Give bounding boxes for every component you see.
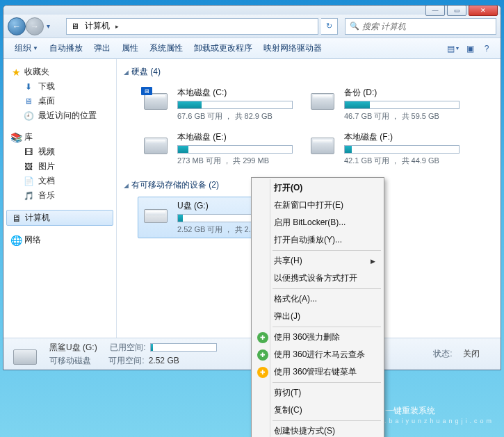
preview-pane-button[interactable]: ▣ xyxy=(463,42,477,56)
status-type: 可移动磁盘 xyxy=(49,355,91,367)
ctx-360-menu[interactable]: ✚使用 360管理右键菜单 xyxy=(253,363,382,381)
organize-button[interactable]: 组织▼ xyxy=(10,40,42,56)
search-icon: 🔍 xyxy=(350,22,359,31)
sidebar-libraries: 📚库 🎞视频 🖼图片 📄文档 🎵音乐 xyxy=(6,130,113,203)
status-title: 黑鲨U盘 (G:) xyxy=(49,342,97,354)
video-icon: 🎞 xyxy=(23,147,34,158)
collapse-icon: ◢ xyxy=(124,69,129,76)
help-button[interactable]: ? xyxy=(480,42,494,56)
sidebar-item-desktop[interactable]: 🖥桌面 xyxy=(6,94,113,108)
drive-name: 本地磁盘 (F:) xyxy=(344,131,460,143)
refresh-button[interactable]: ↻ xyxy=(321,18,338,35)
status-state-label: 状态: xyxy=(433,348,452,360)
ctx-portable[interactable]: 以便携式设备方式打开 xyxy=(253,270,382,287)
download-icon: ⬇ xyxy=(23,81,34,92)
drive-usage-bar xyxy=(177,145,293,154)
picture-icon: 🖼 xyxy=(23,161,34,172)
music-icon: 🎵 xyxy=(23,190,34,201)
maximize-button[interactable]: ▭ xyxy=(447,5,466,16)
drive-icon xyxy=(141,200,172,225)
drive-name: 本地磁盘 (C:) xyxy=(177,87,293,99)
drive-item[interactable]: 本地磁盘 (F:) 42.1 GB 可用 ， 共 44.9 GB xyxy=(304,128,463,170)
address-bar[interactable]: 🖥 计算机 ▸ xyxy=(66,18,318,35)
forward-button[interactable]: → xyxy=(26,17,44,35)
sidebar-item-downloads[interactable]: ⬇下载 xyxy=(6,79,113,94)
sidebar-network: 🌐网络 xyxy=(6,233,113,247)
ctx-format[interactable]: 格式化(A)... xyxy=(253,290,382,308)
sidebar-item-recent[interactable]: 🕘最近访问的位置 xyxy=(6,108,113,123)
sidebar-item-network[interactable]: 🌐网络 xyxy=(6,233,113,247)
sidebar-favorites-header[interactable]: ★收藏夹 xyxy=(6,65,113,79)
network-icon: 🌐 xyxy=(10,235,22,246)
ctx-cut[interactable]: 剪切(T) xyxy=(253,384,382,402)
uninstall-button[interactable]: 卸载或更改程序 xyxy=(190,40,257,56)
sidebar-libraries-header[interactable]: 📚库 xyxy=(6,130,113,145)
library-icon: 📚 xyxy=(10,132,22,143)
ctx-open-new-window[interactable]: 在新窗口中打开(E) xyxy=(253,197,382,214)
sidebar-item-videos[interactable]: 🎞视频 xyxy=(6,145,113,159)
drive-name: 备份 (D:) xyxy=(344,87,460,99)
drive-usage-bar xyxy=(177,101,293,109)
drive-item[interactable]: ⊞ 本地磁盘 (C:) 67.6 GB 可用 ， 共 82.9 GB xyxy=(138,83,296,125)
search-box[interactable]: 🔍 xyxy=(345,18,496,35)
status-size-label: 可用空间: xyxy=(108,355,144,367)
drive-usage-text: 42.1 GB 可用 ， 共 44.9 GB xyxy=(344,156,460,166)
search-input[interactable] xyxy=(362,22,491,31)
toolbar: 组织▼ 自动播放 弹出 属性 系统属性 卸载或更改程序 映射网络驱动器 ▤▼ ▣… xyxy=(3,38,501,59)
drive-usage-text: 273 MB 可用 ， 共 299 MB xyxy=(177,156,293,166)
ctx-copy[interactable]: 复制(C) xyxy=(253,402,382,419)
windows-flag-icon: ⊞ xyxy=(141,87,152,95)
drive-usage-text: 67.6 GB 可用 ， 共 82.9 GB xyxy=(177,111,293,122)
ctx-360-scan[interactable]: ✚使用 360进行木马云查杀 xyxy=(253,346,382,363)
map-drive-button[interactable]: 映射网络驱动器 xyxy=(259,40,326,56)
ctx-autoplay[interactable]: 打开自动播放(Y)... xyxy=(253,231,382,249)
properties-button[interactable]: 属性 xyxy=(117,40,143,56)
sidebar-favorites: ★收藏夹 ⬇下载 🖥桌面 🕘最近访问的位置 xyxy=(6,65,113,123)
sidebar-item-computer[interactable]: 🖥计算机 xyxy=(6,210,113,226)
drive-icon xyxy=(308,131,339,156)
context-menu: 打开(O) 在新窗口中打开(E) 启用 BitLocker(B)... 打开自动… xyxy=(251,177,384,437)
autoplay-button[interactable]: 自动播放 xyxy=(45,40,87,56)
drive-icon xyxy=(308,87,339,112)
sidebar-item-music[interactable]: 🎵音乐 xyxy=(6,188,113,203)
status-used-label: 已用空间: xyxy=(110,342,145,354)
ctx-bitlocker[interactable]: 启用 BitLocker(B)... xyxy=(253,214,382,231)
desktop-icon: 🖥 xyxy=(23,96,34,107)
ctx-360-delete[interactable]: ✚使用 360强力删除 xyxy=(253,329,382,346)
drive-icon xyxy=(141,131,172,156)
section-hdd[interactable]: ◢硬盘 (4) xyxy=(124,63,494,81)
history-dropdown[interactable]: ▾ xyxy=(47,22,63,30)
submenu-arrow-icon: ▶ xyxy=(371,258,375,265)
ctx-eject[interactable]: 弹出(J) xyxy=(253,308,382,325)
chevron-right-icon: ▸ xyxy=(115,23,119,30)
minimize-button[interactable]: — xyxy=(425,5,445,16)
system-properties-button[interactable]: 系统属性 xyxy=(145,40,187,56)
view-button[interactable]: ▤▼ xyxy=(446,42,460,56)
drive-icon xyxy=(10,342,41,367)
close-button[interactable]: ✕ xyxy=(469,5,498,16)
drive-icon: ⊞ xyxy=(141,87,172,112)
nav-bar: ← → ▾ 🖥 计算机 ▸ ↻ 🔍 xyxy=(3,15,501,38)
ctx-share[interactable]: 共享(H)▶ xyxy=(253,252,382,270)
star-icon: ★ xyxy=(10,67,22,78)
status-size-value: 2.52 GB xyxy=(149,356,179,365)
360-icon: ✚ xyxy=(257,332,268,343)
status-state-value: 关闭 xyxy=(463,348,480,360)
drive-name: 本地磁盘 (E:) xyxy=(177,131,293,143)
ctx-create-shortcut[interactable]: 创建快捷方式(S) xyxy=(253,422,382,437)
drive-item[interactable]: 本地磁盘 (E:) 273 MB 可用 ， 共 299 MB xyxy=(138,128,296,170)
sidebar: ★收藏夹 ⬇下载 🖥桌面 🕘最近访问的位置 📚库 🎞视频 🖼图片 📄文档 🎵音乐… xyxy=(3,59,117,338)
ctx-open[interactable]: 打开(O) xyxy=(253,179,382,197)
sidebar-item-pictures[interactable]: 🖼图片 xyxy=(6,159,113,174)
titlebar: — ▭ ✕ xyxy=(3,6,501,15)
360-icon: ✚ xyxy=(257,349,268,361)
360-icon: ✚ xyxy=(257,367,268,378)
recent-icon: 🕘 xyxy=(23,110,34,122)
collapse-icon: ◢ xyxy=(124,182,129,189)
computer-icon: 🖥 xyxy=(70,21,81,32)
drive-usage-bar xyxy=(344,145,460,154)
drive-item[interactable]: 备份 (D:) 46.7 GB 可用 ， 共 59.5 GB xyxy=(304,83,463,125)
eject-button[interactable]: 弹出 xyxy=(90,40,115,56)
back-button[interactable]: ← xyxy=(8,17,26,35)
sidebar-item-documents[interactable]: 📄文档 xyxy=(6,174,113,188)
